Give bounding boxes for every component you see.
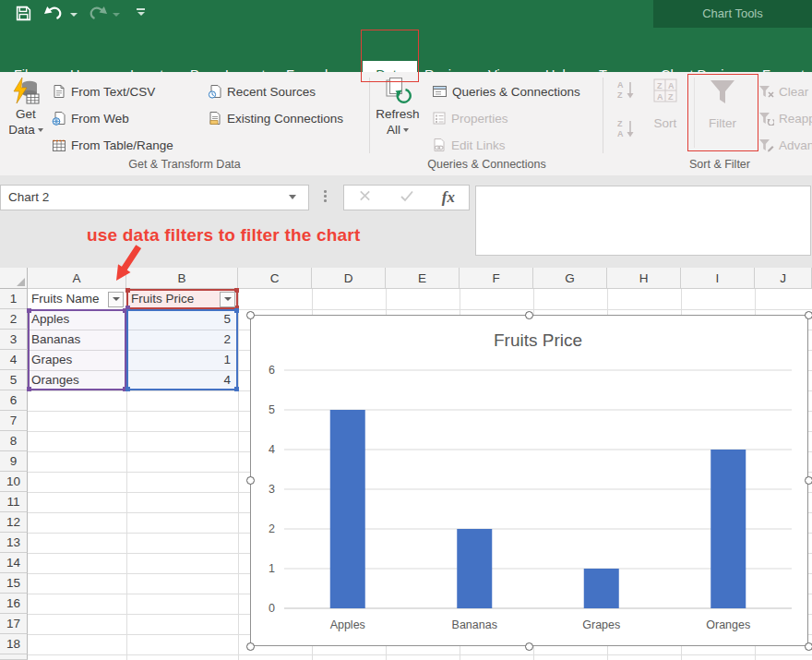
row-header-7[interactable]: 7 bbox=[0, 411, 28, 431]
from-text-csv-button[interactable]: From Text/CSV bbox=[52, 81, 155, 102]
row-header-16[interactable]: 16 bbox=[0, 594, 28, 614]
dropdown-arrow-icon bbox=[224, 297, 232, 301]
customize-qat-caret-icon bbox=[137, 12, 145, 16]
get-data-button[interactable]: Get Data bbox=[4, 77, 48, 138]
queries-connections-button[interactable]: Queries & Connections bbox=[432, 81, 580, 102]
cancel-button[interactable] bbox=[358, 189, 372, 206]
chart-selection-handle[interactable] bbox=[525, 311, 533, 319]
cell-B5[interactable]: 4 bbox=[126, 370, 231, 390]
row-header-3[interactable]: 3 bbox=[0, 330, 28, 350]
group-separator bbox=[694, 78, 695, 148]
column-header-H[interactable]: H bbox=[607, 268, 681, 289]
undo-icon bbox=[44, 5, 65, 21]
row-header-8[interactable]: 8 bbox=[0, 431, 28, 451]
row-header-17[interactable]: 17 bbox=[0, 614, 28, 634]
svg-text:Z: Z bbox=[617, 119, 623, 128]
row-header-14[interactable]: 14 bbox=[0, 553, 28, 573]
cell-B3[interactable]: 2 bbox=[126, 330, 231, 350]
gridline bbox=[28, 654, 812, 655]
name-box[interactable]: Chart 2 bbox=[0, 185, 309, 210]
properties-button[interactable]: Properties bbox=[432, 108, 508, 128]
svg-text:6: 6 bbox=[269, 364, 275, 377]
select-all-triangle-icon bbox=[17, 278, 25, 286]
row-header-15[interactable]: 15 bbox=[0, 573, 28, 594]
row-header-6[interactable]: 6 bbox=[0, 390, 28, 411]
row-header-10[interactable]: 10 bbox=[0, 472, 28, 492]
advanced-filter-icon bbox=[758, 138, 774, 152]
redo-dropdown-caret[interactable] bbox=[113, 13, 120, 17]
row-header-9[interactable]: 9 bbox=[0, 451, 28, 472]
enter-button[interactable] bbox=[400, 189, 414, 206]
filter-button[interactable]: Filter bbox=[699, 78, 746, 131]
customize-quick-access-toolbar-button[interactable] bbox=[137, 8, 145, 16]
filter-dropdown-B1[interactable] bbox=[220, 292, 235, 307]
undo-dropdown-caret[interactable] bbox=[70, 13, 78, 17]
recent-sources-button[interactable]: Recent Sources bbox=[208, 81, 316, 102]
chart-selection-handle[interactable] bbox=[246, 311, 255, 319]
chart-selection-handle[interactable] bbox=[805, 311, 812, 319]
chart-selection-handle[interactable] bbox=[805, 642, 812, 651]
column-header-G[interactable]: G bbox=[533, 268, 607, 289]
row-header-2[interactable]: 2 bbox=[0, 309, 28, 330]
row-header-11[interactable]: 11 bbox=[0, 492, 28, 512]
filter-dropdown-A1[interactable] bbox=[108, 292, 124, 307]
edit-links-button[interactable]: Edit Links bbox=[432, 135, 506, 155]
insert-function-button[interactable]: fx bbox=[442, 188, 455, 207]
save-button[interactable] bbox=[15, 5, 32, 22]
reapply-filter-button[interactable]: Reapply bbox=[758, 108, 812, 128]
svg-text:Fruits Price: Fruits Price bbox=[494, 330, 582, 350]
cell-B1[interactable]: Fruits Price bbox=[131, 289, 194, 309]
column-header-C[interactable]: C bbox=[238, 268, 312, 289]
formula-bar-buttons: fx bbox=[343, 185, 470, 210]
column-header-I[interactable]: I bbox=[681, 268, 755, 289]
undo-button[interactable] bbox=[44, 5, 65, 21]
queries-connections-icon bbox=[432, 84, 448, 99]
cell-A3[interactable]: Bananas bbox=[31, 330, 80, 350]
advanced-filter-button[interactable]: Advanced bbox=[758, 135, 812, 155]
cell-A5[interactable]: Oranges bbox=[31, 370, 79, 390]
from-table-range-button[interactable]: From Table/Range bbox=[52, 135, 173, 155]
row-header-18[interactable]: 18 bbox=[0, 634, 28, 654]
cell-B2[interactable]: 5 bbox=[126, 309, 231, 330]
worksheet-grid: ABCDEFGHIJ123456789101112131415161718 Fr… bbox=[0, 268, 812, 660]
chart-selection-handle[interactable] bbox=[805, 476, 812, 485]
refresh-all-label-2: All bbox=[387, 122, 409, 138]
cell-A4[interactable]: Grapes bbox=[31, 350, 72, 370]
formula-bar-input[interactable] bbox=[475, 186, 811, 256]
group-separator bbox=[603, 78, 603, 153]
sort-ascending-button[interactable]: AZ bbox=[615, 79, 637, 100]
row-header-5[interactable]: 5 bbox=[0, 370, 28, 390]
from-web-button[interactable]: From Web bbox=[52, 108, 129, 128]
chart-object[interactable]: Fruits Price0123456ApplesBananasGrapesOr… bbox=[250, 315, 808, 646]
svg-text:Apples: Apples bbox=[330, 618, 365, 631]
row-header-12[interactable]: 12 bbox=[0, 512, 28, 533]
clear-filter-button[interactable]: Clear bbox=[758, 81, 808, 102]
row-header-1[interactable]: 1 bbox=[0, 289, 28, 309]
chart-selection-handle[interactable] bbox=[525, 642, 533, 651]
refresh-all-button[interactable]: Refresh All bbox=[373, 77, 423, 138]
svg-text:1: 1 bbox=[269, 562, 275, 575]
group-separator bbox=[369, 78, 370, 153]
sort-descending-button[interactable]: ZA bbox=[615, 118, 637, 138]
column-header-D[interactable]: D bbox=[312, 268, 386, 289]
select-all-button[interactable] bbox=[0, 268, 28, 289]
from-table-range-icon bbox=[52, 138, 66, 152]
cell-B4[interactable]: 1 bbox=[126, 350, 231, 370]
column-header-F[interactable]: F bbox=[460, 268, 533, 289]
sort-button[interactable]: ZAAZ Sort bbox=[644, 78, 687, 131]
column-header-E[interactable]: E bbox=[386, 268, 460, 289]
svg-text:Z: Z bbox=[617, 90, 623, 100]
reapply-filter-icon bbox=[758, 111, 774, 126]
redo-button[interactable] bbox=[87, 5, 107, 21]
save-icon bbox=[15, 5, 32, 22]
chart-selection-handle[interactable] bbox=[246, 476, 255, 485]
chart-selection-handle[interactable] bbox=[246, 642, 255, 651]
cell-A2[interactable]: Apples bbox=[31, 309, 69, 330]
cell-A1[interactable]: Fruits Name bbox=[31, 289, 100, 309]
row-header-13[interactable]: 13 bbox=[0, 533, 28, 553]
get-data-caret-icon bbox=[38, 128, 43, 132]
name-box-dropdown-icon[interactable] bbox=[289, 195, 296, 199]
column-header-J[interactable]: J bbox=[755, 268, 812, 289]
existing-connections-button[interactable]: Existing Connections bbox=[208, 108, 343, 128]
row-header-4[interactable]: 4 bbox=[0, 350, 28, 370]
